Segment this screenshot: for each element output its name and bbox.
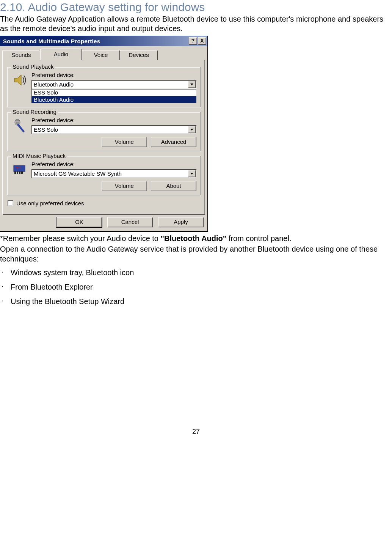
tab-sounds[interactable]: Sounds — [2, 50, 40, 60]
midi-device-dropdown[interactable]: Microsoft GS Wavetable SW Synth — [31, 169, 196, 178]
use-preferred-label: Use only preferred devices — [16, 200, 84, 206]
note-pre: *Remember please switch your Audio devic… — [0, 234, 161, 243]
close-button[interactable]: X — [198, 37, 206, 45]
bullet-text: Windows system tray, Bluetooth icon — [11, 268, 134, 277]
group-sound-playback: Sound Playback Preferred device: — [7, 67, 201, 107]
note-bold: "Bluetooth Audio" — [161, 234, 227, 243]
section-heading: 2.10. Audio Gateway setting for windows — [0, 1, 392, 14]
ok-button[interactable]: OK — [56, 217, 102, 227]
tab-audio[interactable]: Audio — [40, 49, 82, 60]
help-button[interactable]: ? — [189, 37, 197, 45]
list-item: ·Windows system tray, Bluetooth icon — [0, 268, 392, 277]
group-title-midi: MIDI Music Playback — [11, 153, 67, 159]
group-title-playback: Sound Playback — [11, 63, 55, 70]
cancel-button[interactable]: Cancel — [107, 217, 153, 227]
page-number: 27 — [0, 428, 392, 436]
group-midi-playback: MIDI Music Playback — [7, 156, 201, 195]
recording-volume-button[interactable]: Volume — [102, 137, 147, 147]
list-item: ·Using the Bluetooth Setup Wizard — [0, 296, 392, 306]
playback-device-value: Bluetooth Audio — [34, 81, 74, 88]
chevron-down-icon[interactable] — [188, 126, 196, 133]
sounds-properties-dialog: Sounds and Multimedia Properties ? X Sou… — [0, 36, 208, 232]
midi-label: Preferred device: — [31, 161, 196, 167]
svg-rect-8 — [21, 172, 23, 174]
playback-device-dropdown[interactable]: Bluetooth Audio — [31, 80, 196, 89]
group-title-recording: Sound Recording — [11, 109, 58, 115]
playback-device-list[interactable]: ESS Solo Bluetooth Audio — [31, 89, 196, 103]
bullet-text: Using the Bluetooth Setup Wizard — [11, 296, 124, 306]
recording-device-dropdown[interactable]: ESS Solo — [31, 125, 196, 134]
recording-device-value: ESS Solo — [34, 126, 58, 133]
tab-panel-audio: Sound Playback Preferred device: — [2, 60, 205, 215]
recording-advanced-button[interactable]: Advanced — [151, 137, 196, 147]
tab-strip: Sounds Audio Voice Devices — [2, 49, 205, 60]
chevron-down-icon[interactable] — [188, 170, 196, 177]
chevron-down-icon[interactable] — [188, 81, 196, 88]
midi-about-button[interactable]: About — [151, 181, 196, 191]
midi-icon — [11, 160, 28, 177]
para-techniques: Open a connection to the Audio Gateway s… — [0, 244, 392, 264]
group-sound-recording: Sound Recording Prefe — [7, 112, 201, 151]
microphone-icon — [11, 116, 28, 133]
titlebar: Sounds and Multimedia Properties ? X — [0, 36, 207, 46]
bullet-icon: · — [2, 268, 3, 277]
svg-rect-6 — [17, 172, 18, 174]
apply-button[interactable]: Apply — [158, 217, 204, 227]
playback-option-ess[interactable]: ESS Solo — [31, 89, 196, 96]
svg-rect-4 — [14, 165, 25, 172]
playback-label: Preferred device: — [31, 72, 196, 78]
list-item: ·From Bluetooth Explorer — [0, 282, 392, 292]
note-post: from control panel. — [226, 234, 291, 243]
recording-label: Preferred device: — [31, 117, 196, 123]
note-text: *Remember please switch your Audio devic… — [0, 233, 392, 243]
svg-rect-7 — [19, 172, 20, 174]
bullet-list: ·Windows system tray, Bluetooth icon ·Fr… — [0, 268, 392, 306]
tab-voice[interactable]: Voice — [82, 50, 120, 60]
playback-option-bluetooth[interactable]: Bluetooth Audio — [31, 96, 196, 103]
intro-text: The Audio Gateway Application allows a r… — [0, 14, 392, 33]
svg-rect-5 — [14, 172, 16, 174]
speaker-icon — [11, 71, 28, 88]
tab-devices[interactable]: Devices — [120, 50, 158, 60]
checkbox-icon[interactable] — [8, 200, 13, 206]
dialog-title: Sounds and Multimedia Properties — [3, 38, 100, 44]
bullet-icon: · — [2, 282, 3, 292]
midi-device-value: Microsoft GS Wavetable SW Synth — [34, 170, 122, 177]
bullet-icon: · — [2, 296, 3, 306]
use-preferred-checkbox-row[interactable]: Use only preferred devices — [8, 200, 200, 206]
bullet-text: From Bluetooth Explorer — [11, 282, 93, 292]
midi-volume-button[interactable]: Volume — [102, 181, 147, 191]
